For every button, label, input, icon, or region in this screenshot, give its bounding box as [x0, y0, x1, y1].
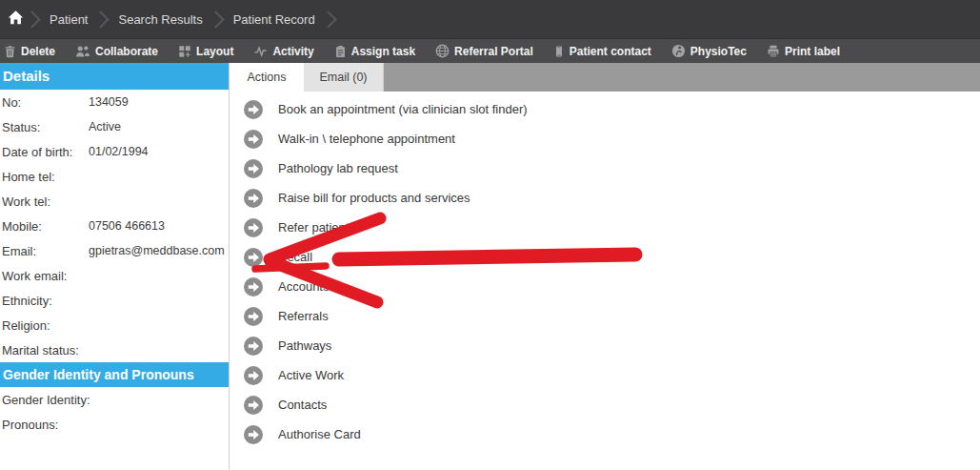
- action-active-work[interactable]: Active Work: [230, 360, 980, 390]
- action-label: Pathology lab request: [278, 161, 398, 175]
- arrow-right-circle-icon: [244, 189, 263, 208]
- actions-list: Book an appointment (via clinician slot …: [230, 92, 980, 449]
- toolbar-label: Layout: [196, 45, 233, 58]
- layout-button[interactable]: Layout: [178, 45, 233, 58]
- toolbar: Delete Collaborate Layout Activity Assig…: [0, 38, 980, 63]
- collaborate-button[interactable]: Collaborate: [75, 45, 158, 58]
- action-label: Active Work: [278, 368, 344, 382]
- arrow-right-circle-icon: [244, 218, 263, 237]
- action-pathology-lab-request[interactable]: Pathology lab request: [230, 153, 980, 183]
- field-label: Gender Identity:: [0, 393, 89, 407]
- toolbar-label: PhysioTec: [690, 45, 747, 58]
- arrow-right-circle-icon: [244, 396, 263, 415]
- action-label: Accounts: [278, 279, 329, 294]
- field-status: Status: Active: [0, 114, 229, 139]
- print-label-button[interactable]: Print label: [767, 45, 840, 58]
- toolbar-label: Print label: [785, 45, 840, 58]
- arrow-right-circle-icon: [244, 277, 263, 296]
- field-label: Mobile:: [0, 219, 89, 234]
- field-gender-identity: Gender Identity:: [0, 387, 229, 412]
- arrow-right-circle-icon: [244, 366, 263, 385]
- breadcrumb: Patient Search Results Patient Record: [0, 0, 980, 38]
- field-label: Date of birth:: [0, 145, 89, 159]
- activity-button[interactable]: Activity: [253, 45, 313, 58]
- arrow-right-circle-icon: [244, 159, 263, 178]
- arrow-right-circle-icon: [244, 307, 263, 326]
- action-label: Walk-in \ telephone appointment: [278, 132, 455, 146]
- action-raise-bill[interactable]: Raise bill for products and services: [230, 183, 980, 213]
- clipboard-icon: [334, 45, 347, 58]
- field-date-of-birth: Date of birth: 01/02/1994: [0, 139, 229, 164]
- globe-icon: [435, 44, 450, 58]
- field-label: Marital status:: [0, 343, 89, 358]
- referral-portal-button[interactable]: Referral Portal: [435, 44, 533, 58]
- layout-grid-icon: [178, 45, 191, 58]
- field-value: 01/02/1994: [89, 145, 149, 158]
- printer-icon: [767, 45, 780, 58]
- field-religion: Religion:: [0, 313, 229, 337]
- patient-details-panel: Details No: 134059 Status: Active Date o…: [0, 63, 230, 470]
- action-label: Recall: [278, 250, 312, 264]
- action-refer-patient[interactable]: Refer patient: [230, 213, 980, 242]
- field-ethnicity: Ethnicity:: [0, 288, 229, 313]
- field-label: Home tel:: [0, 170, 89, 184]
- toolbar-label: Activity: [272, 45, 313, 58]
- action-pathways[interactable]: Pathways: [230, 331, 980, 360]
- physiotec-button[interactable]: PhysioTec: [671, 44, 747, 58]
- field-label: Religion:: [0, 318, 89, 333]
- field-value: 134059: [89, 95, 129, 109]
- arrow-right-circle-icon: [244, 425, 263, 444]
- action-recall[interactable]: Recall: [230, 242, 980, 272]
- field-value: gpietras@meddbase.com: [89, 244, 225, 257]
- field-home-tel: Home tel:: [0, 164, 229, 189]
- people-icon: [75, 45, 90, 58]
- delete-button[interactable]: Delete: [4, 45, 55, 58]
- action-label: Book an appointment (via clinician slot …: [278, 102, 528, 116]
- field-value: 07506 466613: [89, 219, 165, 233]
- action-authorise-card[interactable]: Authorise Card: [230, 419, 980, 449]
- action-label: Refer patient: [278, 220, 349, 235]
- action-label: Pathways: [278, 338, 331, 353]
- field-label: Pronouns:: [0, 418, 89, 432]
- toolbar-label: Assign task: [351, 45, 415, 58]
- tab-bar: Actions Email (0): [230, 63, 980, 92]
- breadcrumb-item-patient-record[interactable]: Patient Record: [225, 12, 324, 27]
- field-no: No: 134059: [0, 90, 229, 114]
- action-walk-in[interactable]: Walk-in \ telephone appointment: [230, 124, 980, 153]
- toolbar-label: Collaborate: [95, 45, 158, 58]
- field-work-email: Work email:: [0, 263, 229, 288]
- arrow-right-circle-icon: [244, 100, 263, 119]
- action-label: Contacts: [278, 398, 327, 412]
- action-book-appointment[interactable]: Book an appointment (via clinician slot …: [230, 94, 980, 124]
- activity-pulse-icon: [253, 45, 268, 58]
- breadcrumb-item-patient[interactable]: Patient: [41, 12, 96, 27]
- field-pronouns: Pronouns:: [0, 412, 229, 437]
- trash-icon: [4, 45, 16, 58]
- action-contacts[interactable]: Contacts: [230, 390, 980, 419]
- action-label: Referrals: [278, 309, 329, 323]
- mobile-phone-icon: [553, 45, 565, 58]
- action-referrals[interactable]: Referrals: [230, 301, 980, 331]
- breadcrumb-item-search-results[interactable]: Search Results: [110, 12, 210, 27]
- home-icon: [8, 10, 24, 29]
- patient-contact-button[interactable]: Patient contact: [553, 45, 651, 58]
- tab-email[interactable]: Email (0): [304, 63, 384, 92]
- field-marital-status: Marital status:: [0, 337, 229, 362]
- toolbar-label: Referral Portal: [454, 45, 533, 58]
- physiotec-icon: [671, 44, 686, 58]
- field-label: No:: [0, 95, 89, 110]
- main-panel: Actions Email (0) Book an appointment (v…: [230, 63, 980, 470]
- field-label: Work tel:: [0, 194, 89, 209]
- toolbar-label: Delete: [21, 45, 55, 58]
- action-label: Raise bill for products and services: [278, 191, 470, 205]
- assign-task-button[interactable]: Assign task: [334, 45, 415, 58]
- details-section-header: Details: [0, 63, 229, 90]
- arrow-right-circle-icon: [244, 337, 263, 356]
- field-label: Work email:: [0, 269, 89, 283]
- tab-actions[interactable]: Actions: [230, 63, 304, 92]
- tabstrip-filler: [384, 63, 980, 92]
- arrow-right-circle-icon: [244, 130, 263, 149]
- field-label: Email:: [0, 244, 89, 258]
- field-label: Status:: [0, 120, 89, 134]
- action-accounts[interactable]: Accounts: [230, 272, 980, 301]
